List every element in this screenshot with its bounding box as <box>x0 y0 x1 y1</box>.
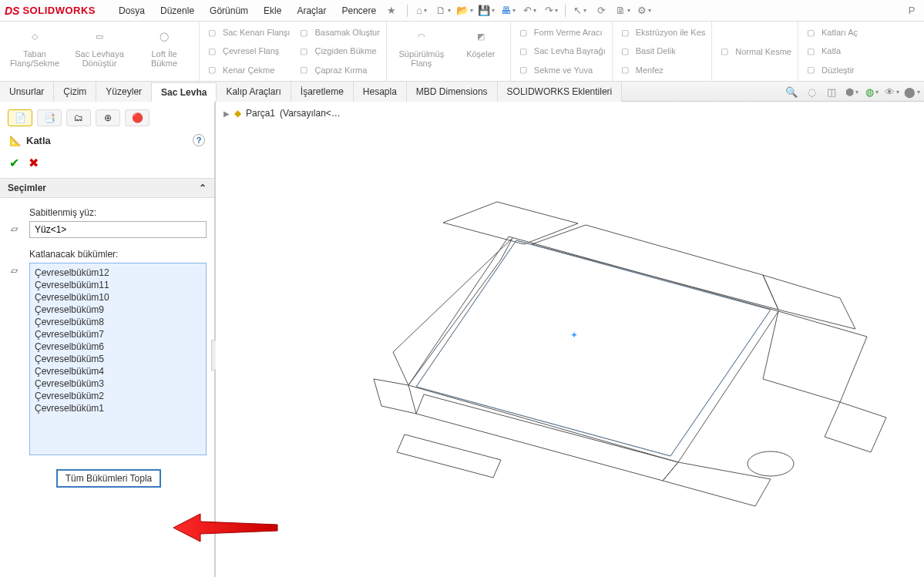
list-item[interactable]: Çevreselbüküm7 <box>35 328 201 340</box>
list-item[interactable]: Çevreselbüküm11 <box>35 279 201 291</box>
cmd-corners[interactable]: ◩ Köşeler <box>458 25 504 78</box>
menu-file[interactable]: Dosya <box>111 5 153 16</box>
list-item[interactable]: Çevreselbüküm4 <box>35 365 201 377</box>
tab-sketch[interactable]: Çizim <box>54 82 96 102</box>
breadcrumb-config: (Varsayılan<… <box>280 108 341 119</box>
pm-ok-button[interactable]: ✔ <box>9 156 19 170</box>
flyout-tree[interactable]: ▶ ◆ Parça1 (Varsayılan<… <box>223 108 341 119</box>
cmd-normal-cut[interactable]: ▢Normal Kesme <box>718 45 791 58</box>
zoom-area-icon[interactable]: ◌ <box>804 84 819 99</box>
menu-view[interactable]: Görünüm <box>202 5 256 16</box>
graphics-area[interactable]: ▶ ◆ Parça1 (Varsayılan<… ✦ <box>216 102 924 577</box>
cmd-extruded-cut[interactable]: ▢Ekstrüzyon ile Kes <box>619 26 705 39</box>
tab-sheet-metal[interactable]: Sac Levha <box>152 82 217 102</box>
cmd-edge-flange[interactable]: ▢Sac Kenarı Flanşı <box>206 26 290 39</box>
cmd-jog[interactable]: ▢Basamak Oluştur <box>297 26 379 39</box>
list-item[interactable]: Çevreselbüküm9 <box>35 304 201 316</box>
bends-listbox[interactable]: Çevreselbüküm12Çevreselbüküm11Çevreselbü… <box>29 263 207 455</box>
cmd-tab-slot[interactable]: ▢Sekme ve Yuva <box>517 64 606 76</box>
app-logo: DS SOLIDWORKS <box>5 5 96 17</box>
tab-evaluate[interactable]: Hesapla <box>354 82 407 102</box>
cmd-convert-sheetmetal[interactable]: ▭ Sac Levhaya Dönüştür <box>71 25 128 78</box>
list-item[interactable]: Çevreselbüküm1 <box>35 402 201 414</box>
cmd-label: Ekstrüzyon ile Kes <box>636 28 705 37</box>
pm-cancel-button[interactable]: ✖ <box>29 156 39 170</box>
cmd-hem[interactable]: ▢Kenar Çekme <box>206 64 290 76</box>
collect-all-bends-button[interactable]: Tüm Bükümleri Topla <box>56 469 162 488</box>
ribbon-group-forming: ▢Form Verme Aracı ▢Sac Levha Bayrağı ▢Se… <box>511 22 613 81</box>
pm-help-button[interactable]: ? <box>193 134 205 146</box>
logo-ds-icon: DS <box>5 5 19 17</box>
redo-icon[interactable]: ↷ <box>543 3 559 18</box>
tab-pm-display[interactable]: 🗂 <box>66 109 91 126</box>
pin-icon[interactable]: ★ <box>384 3 399 18</box>
fold-icon: 📐 <box>9 135 22 146</box>
cmd-swept-flange[interactable]: ◠ Süpürülmüş Flanş <box>393 25 450 78</box>
cmd-unfold[interactable]: ▢Katları Aç <box>805 26 858 39</box>
cmd-forming-tool[interactable]: ▢Form Verme Aracı <box>517 26 606 39</box>
cmd-base-flange[interactable]: ◇ Taban Flanş/Sekme <box>6 25 63 78</box>
tab-mold-tools[interactable]: Kalıp Araçları <box>217 82 291 102</box>
pm-section-selections[interactable]: Seçimler ⌃ <box>0 178 214 198</box>
menu-tools[interactable]: Araçlar <box>289 5 334 16</box>
cmd-sketched-bend[interactable]: ▢Çizgiden Bükme <box>297 45 379 57</box>
pm-section-body: Sabitlenmiş yüz: ▱ Katlanacak bükümler: … <box>0 198 214 495</box>
fixed-face-input[interactable] <box>29 221 207 238</box>
cmd-lofted-bend[interactable]: ◯ Loft İle Bükme <box>136 25 193 78</box>
list-item[interactable]: Çevreselbüküm3 <box>35 377 201 390</box>
select-icon[interactable]: ↖ <box>572 3 587 18</box>
menu-insert[interactable]: Ekle <box>256 5 289 16</box>
open-icon[interactable]: 📂 <box>457 3 472 18</box>
tab-mbd[interactable]: MBD Dimensions <box>407 82 498 102</box>
cmd-label: Basamak Oluştur <box>314 28 379 37</box>
cmd-simple-hole[interactable]: ▢Basit Delik <box>619 45 705 57</box>
breadcrumb-part: Parça1 <box>246 108 275 119</box>
tab-addins[interactable]: SOLIDWORKS Eklentileri <box>498 82 623 102</box>
tab-surfaces[interactable]: Yüzeyler <box>96 82 152 102</box>
tab-pm-feature[interactable]: 📄 <box>8 109 32 126</box>
new-icon[interactable]: 🗋 <box>435 3 451 18</box>
tab-markup[interactable]: İşaretleme <box>291 82 354 102</box>
pm-confirm-bar: ✔ ✖ <box>0 149 214 178</box>
cmd-cross-break[interactable]: ▢Çapraz Kırma <box>297 64 379 76</box>
cmd-gusset[interactable]: ▢Sac Levha Bayrağı <box>517 45 606 57</box>
tab-pm-appear[interactable]: 🔴 <box>125 109 150 126</box>
section-view-icon[interactable]: ◫ <box>824 84 839 99</box>
list-item[interactable]: Çevreselbüküm5 <box>35 353 201 365</box>
svg-line-13 <box>416 240 516 387</box>
cmd-label: Sac Levha Bayrağı <box>534 46 606 55</box>
rebuild-icon[interactable]: ⟳ <box>593 3 609 18</box>
search-right-icon[interactable]: P <box>904 3 919 18</box>
hide-show-icon[interactable]: 👁 <box>884 84 899 99</box>
cmd-label: Çevresel Flanş <box>223 46 279 55</box>
display-style-icon[interactable]: ◍ <box>864 84 879 99</box>
menu-edit[interactable]: Düzenle <box>153 5 202 16</box>
home-icon[interactable]: ⌂ <box>414 3 429 18</box>
view-orient-icon[interactable]: ⬢ <box>844 84 859 99</box>
list-item[interactable]: Çevreselbüküm6 <box>35 340 201 353</box>
options-icon[interactable]: ⚙ <box>637 3 652 18</box>
cmd-miter-flange[interactable]: ▢Çevresel Flanş <box>206 45 290 57</box>
list-item[interactable]: Çevreselbüküm2 <box>35 390 201 402</box>
fold-icon: ▢ <box>805 45 817 57</box>
tab-pm-dim[interactable]: ⊕ <box>96 109 120 126</box>
list-item[interactable]: Çevreselbüküm12 <box>35 267 201 279</box>
cmd-flatten[interactable]: ▢Düzleştir <box>805 64 858 76</box>
undo-icon[interactable]: ↶ <box>522 3 537 18</box>
list-item[interactable]: Çevreselbüküm8 <box>35 316 201 328</box>
zoom-fit-icon[interactable]: 🔍 <box>784 84 799 99</box>
menu-window[interactable]: Pencere <box>334 5 384 16</box>
file-props-icon[interactable]: 🗎 <box>615 3 630 18</box>
tab-features[interactable]: Unsurlar <box>0 82 54 102</box>
tab-pm-config[interactable]: 📑 <box>37 109 62 126</box>
pm-title: 📐 Katla <box>9 135 51 146</box>
cmd-label: Sac Levhaya Dönüştür <box>75 49 124 68</box>
convert-icon: ▭ <box>89 26 109 46</box>
cmd-vent[interactable]: ▢Menfez <box>619 64 705 76</box>
save-icon[interactable]: 💾 <box>479 3 494 18</box>
ribbon-group-fold: ▢Katları Aç ▢Katla ▢Düzleştir <box>798 22 864 81</box>
cmd-fold[interactable]: ▢Katla <box>805 45 858 57</box>
list-item[interactable]: Çevreselbüküm10 <box>35 291 201 304</box>
appearance-icon[interactable]: ⬤ <box>904 84 919 99</box>
print-icon[interactable]: 🖶 <box>500 3 516 18</box>
